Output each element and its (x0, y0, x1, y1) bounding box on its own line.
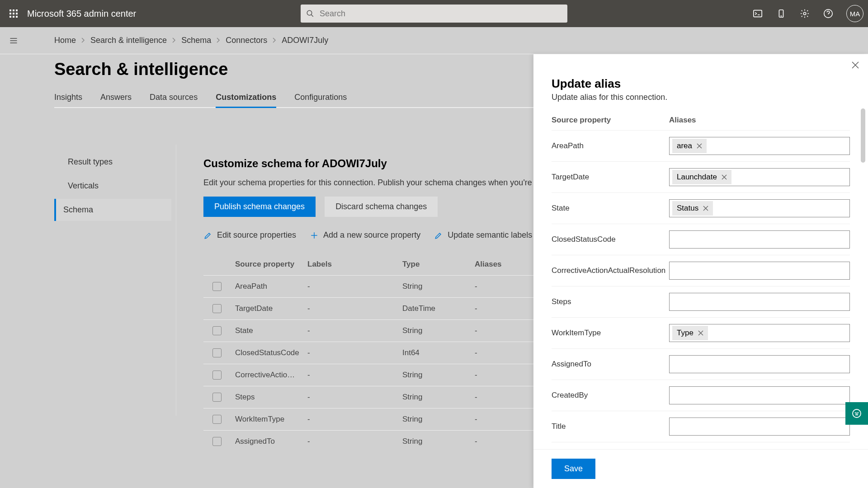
action-label: Edit source properties (217, 230, 296, 240)
breadcrumb-item[interactable]: Home (54, 36, 76, 45)
row-checkbox[interactable] (212, 371, 222, 380)
breadcrumb-item[interactable]: ADOWI7July (282, 36, 328, 45)
help-icon[interactable] (823, 8, 834, 19)
cell-type: String (402, 415, 475, 424)
nav-schema[interactable]: Schema (54, 199, 171, 221)
nav-result-types[interactable]: Result types (59, 151, 171, 173)
brand-title: Microsoft 365 admin center (27, 9, 136, 19)
chip-remove-icon[interactable] (697, 143, 702, 149)
plus-icon (310, 231, 319, 240)
chip-remove-icon[interactable] (703, 206, 708, 211)
alias-property-name: Steps (552, 297, 669, 306)
alias-property-name: AssignedTo (552, 360, 669, 369)
alias-property-name: AreaPath (552, 141, 669, 150)
alias-table-header: Source property Aliases (552, 116, 850, 131)
breadcrumb-item[interactable]: Connectors (226, 36, 267, 45)
cell-name: TargetDate (235, 304, 307, 313)
update-labels-action[interactable]: Update semantic labels (434, 230, 532, 240)
cell-type: String (402, 326, 475, 335)
cell-labels: - (307, 393, 402, 402)
alias-input[interactable] (669, 262, 850, 280)
add-property-action[interactable]: Add a new source property (310, 230, 420, 240)
alias-input[interactable] (669, 386, 850, 404)
settings-icon[interactable] (799, 8, 810, 19)
save-button[interactable]: Save (552, 459, 595, 479)
cell-name: AreaPath (235, 282, 307, 291)
row-checkbox[interactable] (212, 326, 222, 335)
feedback-button[interactable] (845, 402, 868, 425)
breadcrumb-item[interactable]: Schema (181, 36, 211, 45)
alias-input[interactable] (669, 230, 850, 249)
chip-remove-icon[interactable] (698, 330, 703, 336)
close-icon[interactable] (852, 61, 859, 70)
alias-chip: Status (672, 201, 713, 216)
avatar[interactable]: MA (846, 5, 863, 22)
svg-rect-8 (16, 16, 18, 18)
row-checkbox[interactable] (212, 304, 222, 313)
head-aliases: Aliases (669, 116, 850, 125)
main-area: Home Search & intelligence Schema Connec… (0, 27, 868, 488)
alias-input[interactable] (669, 293, 850, 311)
svg-rect-4 (13, 13, 14, 14)
cell-aliases: - (475, 371, 538, 380)
svg-point-9 (307, 10, 312, 15)
action-label: Update semantic labels (448, 230, 532, 240)
publish-button[interactable]: Publish schema changes (203, 197, 316, 217)
alias-input[interactable] (669, 355, 850, 373)
alias-row: CorrectiveActionActualResolution (552, 255, 850, 286)
cell-type: String (402, 437, 475, 446)
tab-configurations[interactable]: Configurations (294, 88, 347, 108)
scrollbar[interactable] (861, 108, 865, 163)
chevron-right-icon (171, 36, 177, 45)
svg-rect-11 (754, 10, 762, 17)
nav-verticals[interactable]: Verticals (59, 175, 171, 197)
svg-point-14 (803, 12, 806, 15)
chip-label: Launchdate (677, 173, 717, 182)
search-box[interactable] (301, 5, 567, 23)
alias-row: AssignedTo (552, 349, 850, 380)
alias-input[interactable]: area (669, 137, 850, 155)
pencil-icon (203, 231, 212, 240)
breadcrumb-item[interactable]: Search & intelligence (90, 36, 167, 45)
app-launcher-icon[interactable] (5, 5, 23, 23)
mobile-icon[interactable] (776, 8, 787, 19)
update-alias-panel: Update alias Update alias for this conne… (533, 54, 868, 488)
row-checkbox[interactable] (212, 393, 222, 402)
menu-toggle-icon[interactable] (0, 36, 27, 45)
cell-type: String (402, 371, 475, 380)
cell-aliases: - (475, 437, 538, 446)
tab-customizations[interactable]: Customizations (216, 88, 276, 108)
alias-input[interactable] (669, 418, 850, 436)
tab-answers[interactable]: Answers (100, 88, 132, 108)
row-checkbox[interactable] (212, 415, 222, 424)
chip-remove-icon[interactable] (722, 174, 727, 180)
cell-aliases: - (475, 304, 538, 313)
alias-input[interactable]: Type (669, 324, 850, 342)
edit-properties-action[interactable]: Edit source properties (203, 230, 296, 240)
alias-row: AreaPatharea (552, 131, 850, 162)
cell-type: String (402, 282, 475, 291)
svg-rect-3 (9, 13, 11, 14)
alias-input[interactable]: Status (669, 199, 850, 217)
row-checkbox[interactable] (212, 348, 222, 357)
alias-row: WorkItemTypeType (552, 318, 850, 349)
search-input[interactable] (320, 9, 562, 19)
svg-rect-0 (9, 9, 11, 11)
tab-data-sources[interactable]: Data sources (150, 88, 198, 108)
row-checkbox[interactable] (212, 282, 222, 291)
panel-subtitle: Update alias for this connection. (552, 93, 850, 102)
panel-title: Update alias (552, 77, 850, 91)
alias-row: ClosedStatusCode (552, 224, 850, 255)
row-checkbox[interactable] (212, 437, 222, 446)
cloud-shell-icon[interactable] (752, 8, 763, 19)
cell-labels: - (307, 371, 402, 380)
alias-row: TargetDateLaunchdate (552, 162, 850, 193)
alias-chip: Launchdate (672, 170, 731, 184)
pencil-icon (434, 231, 443, 240)
discard-button[interactable]: Discard schema changes (325, 197, 438, 217)
alias-input[interactable]: Launchdate (669, 168, 850, 186)
col-source-property: Source property (235, 260, 307, 269)
search-icon (306, 9, 314, 18)
col-labels: Labels (307, 260, 402, 269)
tab-insights[interactable]: Insights (54, 88, 82, 108)
